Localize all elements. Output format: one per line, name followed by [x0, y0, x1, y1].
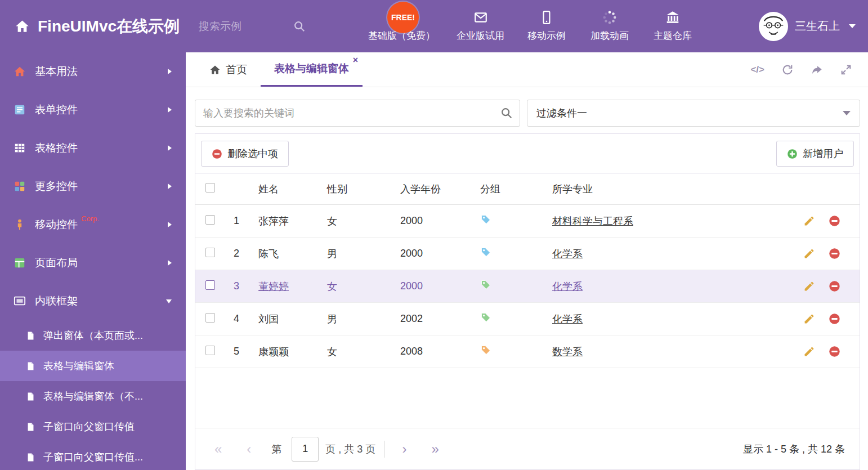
major-link[interactable]: 化学系: [552, 314, 583, 325]
divider: [384, 441, 385, 458]
delete-row-icon[interactable]: [829, 280, 840, 292]
row-checkbox[interactable]: [205, 248, 215, 257]
major-link[interactable]: 数学系: [552, 346, 583, 357]
sidebar-item-grid-controls[interactable]: 表格控件: [0, 129, 186, 167]
user-menu[interactable]: 三生石上: [759, 12, 856, 41]
row-index: 5: [228, 335, 253, 368]
delete-row-icon[interactable]: [829, 215, 840, 227]
page-number-input[interactable]: [292, 437, 319, 462]
select-all-checkbox[interactable]: [205, 183, 215, 193]
sidebar-item-iframe[interactable]: 内联框架: [0, 282, 186, 320]
col-header-group: 分组: [475, 174, 547, 205]
tag-icon: [480, 214, 491, 225]
table-row[interactable]: 1 张萍萍 女 2000 材料科学与工程系: [195, 205, 860, 238]
grid-toolbar: 删除选中项 新增用户: [195, 134, 860, 173]
sidebar-subitem-grid-edit-window-alt[interactable]: 表格与编辑窗体（不...: [0, 381, 186, 411]
close-icon[interactable]: ×: [353, 56, 358, 65]
delete-row-icon[interactable]: [829, 313, 840, 325]
sidebar-item-more-controls[interactable]: 更多控件: [0, 167, 186, 205]
envelope-icon: [473, 10, 488, 25]
edit-icon[interactable]: [803, 215, 815, 227]
table-row[interactable]: 4 刘国 男 2002 化学系: [195, 303, 860, 335]
delete-row-icon[interactable]: [829, 346, 840, 357]
refresh-icon[interactable]: [781, 64, 794, 76]
major-link[interactable]: 材料科学与工程系: [552, 216, 633, 227]
col-header-gender: 性别: [321, 174, 395, 205]
chevron-right-icon: [167, 68, 172, 75]
sidebar-subitem-child-to-parent[interactable]: 子窗口向父窗口传值: [0, 411, 186, 442]
row-checkbox[interactable]: [205, 346, 215, 355]
edit-icon[interactable]: [803, 313, 815, 325]
pagination-bar: « ‹ 第 页 , 共 3 页 › » 显示 1 - 5 条 , 共 12 条: [195, 428, 860, 469]
chevron-right-icon: [167, 259, 172, 266]
spinner-icon: [602, 10, 617, 25]
nav-theme-store[interactable]: 主题仓库: [645, 10, 701, 42]
add-user-button[interactable]: 新增用户: [776, 141, 854, 167]
open-in-new-icon[interactable]: [811, 64, 823, 76]
nav-enterprise-trial[interactable]: 企业版试用: [449, 10, 512, 42]
widgets-icon: [14, 180, 26, 193]
main-area: 首页 表格与编辑窗体 × </>: [186, 52, 868, 470]
tab-grid-edit-window[interactable]: 表格与编辑窗体 ×: [261, 52, 363, 87]
sidebar-item-mobile-controls[interactable]: 移动控件 Corp.: [0, 205, 186, 244]
mobile-person-icon: [14, 218, 26, 231]
cell-gender: 女: [321, 335, 395, 368]
header-search: [199, 20, 321, 33]
tab-home[interactable]: 首页: [196, 52, 261, 87]
last-page-button[interactable]: »: [427, 442, 443, 456]
first-page-button[interactable]: «: [210, 442, 226, 456]
edit-icon[interactable]: [803, 280, 815, 292]
row-checkbox[interactable]: [205, 280, 215, 290]
sidebar-subitem-child-to-parent-alt[interactable]: 子窗口向父窗口传值...: [0, 442, 186, 470]
delete-row-icon[interactable]: [829, 248, 840, 259]
sidebar-item-form-controls[interactable]: 表单控件: [0, 91, 186, 129]
row-checkbox[interactable]: [205, 215, 215, 225]
file-icon: [26, 452, 35, 463]
prev-page-button[interactable]: ‹: [242, 442, 256, 456]
edit-icon[interactable]: [803, 346, 815, 357]
page-suffix: 页 , 共 3 页: [325, 442, 375, 456]
sidebar-item-page-layout[interactable]: 页面布局: [0, 244, 186, 282]
major-link[interactable]: 化学系: [552, 281, 583, 292]
sidebar-subitem-grid-edit-window[interactable]: 表格与编辑窗体: [0, 351, 186, 381]
frame-icon: [14, 295, 26, 307]
record-count-summary: 显示 1 - 5 条 , 共 12 条: [743, 442, 845, 456]
cell-gender: 女: [321, 205, 395, 238]
fullscreen-icon[interactable]: [840, 64, 852, 76]
search-icon[interactable]: [500, 107, 513, 119]
nav-loading-animation[interactable]: 加载动画: [581, 10, 638, 42]
cell-name: 康颖颖: [253, 335, 321, 368]
keyword-search: [195, 100, 520, 127]
delete-selected-button[interactable]: 删除选中项: [201, 141, 289, 167]
sidebar-item-basic-usage[interactable]: 基本用法: [0, 52, 186, 91]
filter-dropdown-value: 过滤条件一: [536, 106, 587, 120]
table-row[interactable]: 5 康颖颖 女 2008 数学系: [195, 335, 860, 368]
bank-icon: [665, 10, 680, 25]
cell-year: 2000: [395, 270, 475, 303]
source-code-icon[interactable]: </>: [750, 64, 764, 75]
home-icon: [209, 64, 221, 75]
row-index: 2: [228, 238, 253, 270]
header-search-input[interactable]: [199, 20, 293, 33]
grid-panel: 删除选中项 新增用户 姓名: [195, 133, 860, 470]
home-icon[interactable]: [15, 19, 30, 34]
row-checkbox[interactable]: [205, 313, 215, 323]
table-row-selected[interactable]: 3 董婷婷 女 2000 化学系: [195, 270, 860, 303]
major-link[interactable]: 化学系: [552, 248, 583, 259]
tag-icon: [480, 247, 491, 258]
col-header-year: 入学年份: [395, 174, 475, 205]
app-header: FineUIMvc在线示例 FREE! 基础版（免费） 企业版试用 移动示例: [0, 0, 868, 52]
cell-name: 董婷婷: [253, 270, 321, 303]
next-page-button[interactable]: ›: [397, 442, 411, 456]
keyword-search-input[interactable]: [195, 100, 520, 127]
cell-year: 2000: [395, 205, 475, 238]
chevron-right-icon: [167, 106, 172, 113]
sidebar-subitem-popup-window[interactable]: 弹出窗体（本页面或...: [0, 320, 186, 351]
cell-year: 2000: [395, 238, 475, 270]
table-row[interactable]: 2 陈飞 男 2000 化学系: [195, 238, 860, 270]
search-icon[interactable]: [293, 20, 306, 33]
row-index: 1: [228, 205, 253, 238]
edit-icon[interactable]: [803, 248, 815, 259]
filter-dropdown[interactable]: 过滤条件一: [527, 100, 860, 127]
nav-mobile-demo[interactable]: 移动示例: [518, 10, 575, 42]
